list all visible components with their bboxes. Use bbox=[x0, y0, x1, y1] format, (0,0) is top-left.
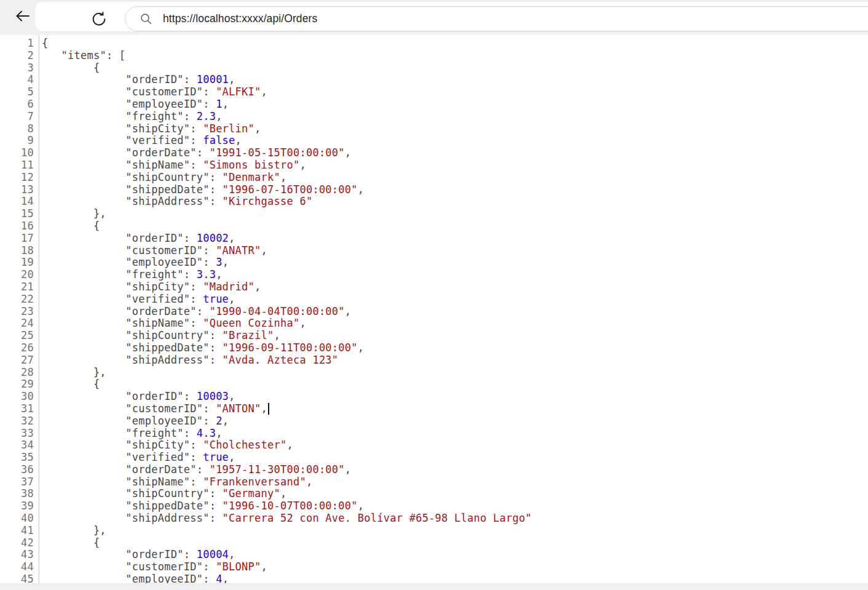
refresh-button[interactable] bbox=[85, 3, 112, 35]
code-line: 29 { bbox=[0, 378, 868, 391]
search-icon bbox=[139, 12, 153, 26]
line-number: 3 bbox=[0, 62, 34, 74]
code-line: 37 "shipName": "Frankenversand", bbox=[0, 476, 868, 488]
line-number: 16 bbox=[0, 220, 34, 233]
url-bar[interactable]: https://localhost:xxxx/api/Orders bbox=[125, 6, 868, 31]
line-number: 32 bbox=[0, 415, 34, 428]
line-number: 13 bbox=[0, 184, 34, 196]
code-line: 9 "verified": false, bbox=[0, 135, 868, 147]
line-number: 38 bbox=[0, 488, 34, 500]
url-text: https://localhost:xxxx/api/Orders bbox=[163, 12, 317, 25]
line-number: 36 bbox=[0, 464, 34, 476]
code-line: 2 "items": [ bbox=[0, 50, 868, 62]
code-line: 26 "shippedDate": "1996-09-11T00:00:00", bbox=[0, 342, 868, 354]
line-number: 1 bbox=[0, 38, 34, 50]
browser-toolbar: https://localhost:xxxx/api/Orders bbox=[0, 0, 868, 35]
line-number: 15 bbox=[0, 208, 34, 220]
line-number: 22 bbox=[0, 293, 34, 306]
code-line: 20 "freight": 3.3, bbox=[0, 269, 868, 281]
code-line: 19 "employeeID": 3, bbox=[0, 257, 868, 269]
line-number: 10 bbox=[0, 147, 34, 159]
line-number: 28 bbox=[0, 367, 34, 379]
line-number: 39 bbox=[0, 500, 34, 512]
line-number: 44 bbox=[0, 561, 34, 573]
line-number: 9 bbox=[0, 135, 34, 147]
code-line: 31 "customerID": "ANTON", bbox=[0, 403, 868, 415]
line-number: 31 bbox=[0, 403, 34, 415]
code-line: 42 { bbox=[0, 537, 868, 549]
line-number: 24 bbox=[0, 317, 34, 330]
code-line: 41 }, bbox=[0, 525, 868, 537]
line-number: 14 bbox=[0, 196, 34, 208]
code-line: 21 "shipCity": "Madrid", bbox=[0, 281, 868, 293]
back-button[interactable] bbox=[9, 0, 36, 32]
line-number: 27 bbox=[0, 354, 34, 367]
line-number: 43 bbox=[0, 549, 34, 561]
line-number: 6 bbox=[0, 98, 34, 111]
code-line: 6 "employeeID": 1, bbox=[0, 98, 868, 111]
text-caret bbox=[268, 403, 269, 415]
code-line: 38 "shipCountry": "Germany", bbox=[0, 488, 868, 500]
gutter-separator bbox=[39, 35, 39, 590]
code-line: 15 }, bbox=[0, 208, 868, 220]
line-number: 5 bbox=[0, 86, 34, 98]
code-line: 22 "verified": true, bbox=[0, 293, 868, 306]
code-line: 23 "orderDate": "1990-04-04T00:00:00", bbox=[0, 306, 868, 318]
line-number: 2 bbox=[0, 50, 34, 62]
code-line: 28 }, bbox=[0, 367, 868, 379]
json-viewer: 1{2 "items": [3 {4 "orderID": 10001,5 "c… bbox=[0, 35, 868, 590]
code-line: 13 "shippedDate": "1996-07-16T00:00:00", bbox=[0, 184, 868, 196]
omnibox-container: https://localhost:xxxx/api/Orders bbox=[35, 2, 868, 31]
code-line: 7 "freight": 2.3, bbox=[0, 111, 868, 123]
code-line: 11 "shipName": "Simons bistro", bbox=[0, 159, 868, 172]
line-number: 23 bbox=[0, 306, 34, 318]
code-line: 1{ bbox=[0, 38, 868, 50]
code-line: 35 "verified": true, bbox=[0, 452, 868, 464]
code-line: 39 "shippedDate": "1996-10-07T00:00:00", bbox=[0, 500, 868, 512]
code-line: 30 "orderID": 10003, bbox=[0, 391, 868, 403]
code-line: 34 "shipCity": "Cholchester", bbox=[0, 439, 868, 452]
code-area: 1{2 "items": [3 {4 "orderID": 10001,5 "c… bbox=[0, 35, 868, 586]
code-line: 44 "customerID": "BLONP", bbox=[0, 561, 868, 573]
line-number: 29 bbox=[0, 378, 34, 391]
line-number: 4 bbox=[0, 74, 34, 86]
line-number: 34 bbox=[0, 439, 34, 452]
code-line: 8 "shipCity": "Berlin", bbox=[0, 123, 868, 135]
code-line: 18 "customerID": "ANATR", bbox=[0, 245, 868, 257]
line-number: 12 bbox=[0, 172, 34, 184]
line-number: 41 bbox=[0, 525, 34, 537]
code-line: 33 "freight": 4.3, bbox=[0, 428, 868, 440]
line-number: 26 bbox=[0, 342, 34, 354]
code-line: 40 "shipAddress": "Carrera 52 con Ave. B… bbox=[0, 512, 868, 525]
line-number: 21 bbox=[0, 281, 34, 293]
line-number: 37 bbox=[0, 476, 34, 488]
line-number: 19 bbox=[0, 257, 34, 269]
line-number: 8 bbox=[0, 123, 34, 135]
line-number: 42 bbox=[0, 537, 34, 549]
code-line: 17 "orderID": 10002, bbox=[0, 233, 868, 245]
line-number: 25 bbox=[0, 330, 34, 342]
code-line: 12 "shipCountry": "Denmark", bbox=[0, 172, 868, 184]
line-number: 11 bbox=[0, 159, 34, 172]
line-number: 20 bbox=[0, 269, 34, 281]
horizontal-scrollbar[interactable] bbox=[0, 583, 868, 590]
code-line: 36 "orderDate": "1957-11-30T00:00:00", bbox=[0, 464, 868, 476]
line-number: 7 bbox=[0, 111, 34, 123]
line-number: 40 bbox=[0, 512, 34, 525]
refresh-icon bbox=[91, 11, 107, 27]
code-line: 10 "orderDate": "1991-05-15T00:00:00", bbox=[0, 147, 868, 159]
line-number: 30 bbox=[0, 391, 34, 403]
code-line: 24 "shipName": "Queen Cozinha", bbox=[0, 317, 868, 330]
code-line: 14 "shipAddress": "Kirchgasse 6" bbox=[0, 196, 868, 208]
line-number: 33 bbox=[0, 428, 34, 440]
back-arrow-icon bbox=[14, 7, 31, 25]
code-line: 32 "employeeID": 2, bbox=[0, 415, 868, 428]
line-number: 18 bbox=[0, 245, 34, 257]
code-line: 27 "shipAddress": "Avda. Azteca 123" bbox=[0, 354, 868, 367]
code-line: 16 { bbox=[0, 220, 868, 233]
code-line: 25 "shipCountry": "Brazil", bbox=[0, 330, 868, 342]
code-line: 3 { bbox=[0, 62, 868, 74]
code-line: 43 "orderID": 10004, bbox=[0, 549, 868, 561]
code-line: 5 "customerID": "ALFKI", bbox=[0, 86, 868, 98]
line-number: 35 bbox=[0, 452, 34, 464]
